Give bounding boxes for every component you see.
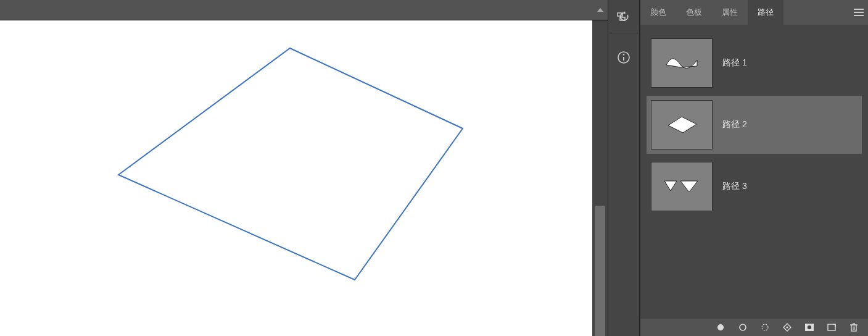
- scroll-track[interactable]: [592, 20, 608, 336]
- svg-point-8: [717, 324, 724, 330]
- path-thumbnail: [651, 38, 713, 88]
- canvas-shell: [0, 0, 592, 336]
- add-mask-icon[interactable]: [804, 322, 815, 333]
- path-thumbnail: [651, 100, 713, 149]
- path-thumbnail: [651, 162, 713, 211]
- active-path-shape[interactable]: [118, 48, 463, 280]
- path-item[interactable]: 路径 3: [647, 158, 862, 216]
- svg-rect-16: [851, 325, 856, 331]
- svg-point-12: [786, 326, 788, 328]
- path-item[interactable]: 路径 2: [647, 96, 862, 154]
- collapsed-panel-dock: [608, 0, 640, 336]
- tab-label: 色板: [686, 7, 702, 18]
- svg-point-4: [623, 54, 625, 56]
- path-label: 路径 3: [722, 181, 747, 192]
- tab-paths[interactable]: 路径: [748, 0, 783, 25]
- canvas[interactable]: [0, 20, 592, 336]
- paths-panel-footer: [640, 319, 868, 336]
- path-label: 路径 1: [722, 57, 747, 69]
- tab-swatches[interactable]: 色板: [676, 0, 712, 25]
- svg-point-10: [762, 324, 768, 330]
- path-list: 路径 1 路径 2 路径 3: [640, 25, 868, 319]
- panel-tabs: 颜色 色板 属性 路径: [640, 0, 868, 25]
- tab-label: 颜色: [650, 7, 666, 18]
- panel-menu-icon[interactable]: [849, 0, 868, 25]
- load-selection-icon[interactable]: [759, 322, 771, 333]
- svg-point-9: [740, 324, 746, 330]
- path-label: 路径 2: [722, 119, 747, 130]
- scroll-thumb[interactable]: [595, 206, 605, 336]
- tab-label: 路径: [758, 7, 774, 18]
- svg-marker-6: [664, 181, 677, 191]
- path-item[interactable]: 路径 1: [647, 34, 862, 92]
- tab-label: 属性: [722, 7, 738, 18]
- chevron-up-icon[interactable]: [597, 8, 603, 12]
- tab-color[interactable]: 颜色: [640, 0, 676, 25]
- paths-panel: 颜色 色板 属性 路径 路径 1 路径: [640, 0, 868, 336]
- stroke-path-icon[interactable]: [737, 322, 748, 333]
- svg-marker-5: [668, 117, 696, 133]
- new-path-icon[interactable]: [826, 322, 837, 333]
- history-icon[interactable]: [610, 5, 638, 33]
- info-icon[interactable]: [610, 43, 638, 72]
- svg-rect-15: [828, 324, 835, 330]
- canvas-scrollbar: [592, 0, 608, 336]
- delete-path-icon[interactable]: [848, 322, 859, 333]
- svg-marker-7: [680, 181, 698, 192]
- fill-path-icon[interactable]: [715, 322, 726, 333]
- make-work-path-icon[interactable]: [782, 322, 793, 333]
- tab-properties[interactable]: 属性: [712, 0, 748, 25]
- canvas-options-bar: [0, 0, 592, 20]
- svg-point-14: [808, 326, 811, 329]
